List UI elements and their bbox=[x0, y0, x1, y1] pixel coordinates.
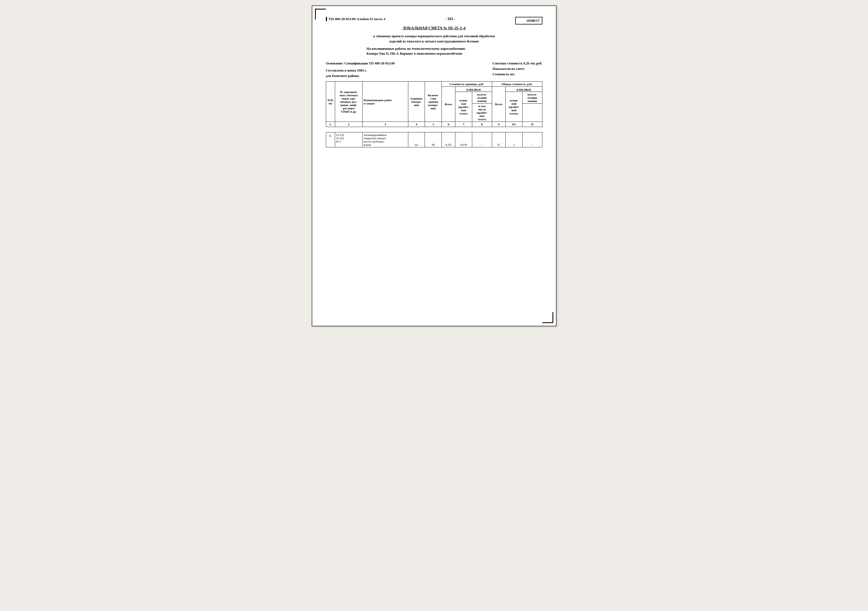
doc-reference: ТП-409-28-053.89 Альбом I3 часть 4 bbox=[326, 17, 386, 21]
col-base-header: основ-наязаработ-наяплата bbox=[455, 92, 472, 122]
col-num-5: 5 bbox=[425, 122, 442, 127]
col-qty-header: Количе-ствоединицизмере-ния bbox=[425, 82, 442, 122]
row1-total-base: 2 bbox=[506, 132, 522, 147]
row1-name: Антикорровийноепокрытие поверх-ности тру… bbox=[362, 132, 408, 147]
row1-unit: м2 bbox=[408, 132, 425, 147]
description-block-2: На изоляционные работы по технологическо… bbox=[326, 46, 542, 57]
spacer-row bbox=[326, 127, 542, 132]
col-exp-header: эксплу-атациимашин bbox=[472, 92, 492, 104]
col-num-6: 6 bbox=[442, 122, 455, 127]
desc2-line1: На изоляционные работы по технологическо… bbox=[367, 46, 542, 51]
col-vtom-header: в том числе bbox=[455, 87, 492, 92]
col-unitcost-header: Стоимость единицы, руб. bbox=[442, 82, 492, 87]
row1-cost-base: 0,036 bbox=[455, 132, 472, 147]
desc1-line2: изделий из тяжелого и легкого конструкци… bbox=[326, 39, 542, 44]
col-num-10: IO bbox=[506, 122, 522, 127]
meta-section: Основание: Спецификация ТП 409-28-053.89… bbox=[326, 60, 542, 79]
col-num-9: 9 bbox=[492, 122, 505, 127]
row1-cost-exp: – bbox=[472, 132, 492, 147]
col-unit-header: Единицаизмере-ния bbox=[408, 82, 425, 122]
col-texp-header: эксплу-атациимашин bbox=[522, 92, 542, 104]
table-header-row-1: №№пп № укрупнен-ных сметныхнорм, еди-нич… bbox=[326, 82, 542, 87]
pokaz-label: Показатели по смете bbox=[493, 66, 542, 71]
cost-label: Сметная стоимость 0,26 тнс.руб. bbox=[493, 60, 542, 66]
col-texp-sub-header bbox=[522, 104, 542, 122]
bottom-spacer bbox=[326, 147, 542, 164]
stamp-box: 10288/17 bbox=[515, 17, 542, 25]
meta-left: Основание: Спецификация ТП 409-28-053.89… bbox=[326, 60, 395, 79]
col-num-4: 4 bbox=[408, 122, 425, 127]
col-num-11: II bbox=[522, 122, 542, 127]
document-header: ТП-409-28-053.89 Альбом I3 часть 4 - 163… bbox=[326, 17, 542, 25]
stoimost-label: Стоимость на: bbox=[493, 71, 542, 77]
desc1-line1: к типовому проекту камеры периодического… bbox=[326, 34, 542, 39]
col-num-2: 2 bbox=[335, 122, 363, 127]
osnov-label: Основание: Спецификация ТП 409-28-053.89 bbox=[326, 60, 395, 66]
row1-total: I5 bbox=[492, 132, 505, 147]
col-name-header: Наименование работи затрат bbox=[362, 82, 408, 122]
sost-label: Составлена в ценах 1984 г. для базисного… bbox=[326, 68, 395, 79]
corner-bracket-br bbox=[542, 312, 553, 323]
meta-right: Сметная стоимость 0,26 тнс.руб. Показате… bbox=[493, 60, 542, 79]
row1-num: I. bbox=[326, 132, 335, 147]
corner-bracket-tl bbox=[315, 9, 326, 20]
col-totalcost-header: Общая стоимость, руб. bbox=[492, 82, 542, 87]
col-num-8: 8 bbox=[472, 122, 492, 127]
page-number-text: - 163 - bbox=[445, 17, 455, 21]
document-page: ТП-409-28-053.89 Альбом I3 часть 4 - 163… bbox=[312, 5, 556, 326]
table-number-row: I. 2 3 4 5 6 7 8 9 IO II bbox=[326, 122, 542, 127]
col-num-header: №№пп bbox=[326, 82, 335, 122]
col-cost-total-header: Всего bbox=[442, 87, 455, 122]
description-block-1: к типовому проекту камеры периодического… bbox=[326, 34, 542, 44]
row1-qty: 69 bbox=[425, 132, 442, 147]
row1-cost-total: 0,2I5 bbox=[442, 132, 455, 147]
doc-title: ЛОКАЛЬНАЯ СМЕТА № III–2I–2–4 bbox=[326, 26, 542, 31]
col-num-7: 7 bbox=[455, 122, 472, 127]
row1-norm: I3–I2I I3–I32 К-2 bbox=[335, 132, 363, 147]
col-num-1: I. bbox=[326, 122, 335, 127]
main-table: №№пп № укрупнен-ных сметныхнорм, еди-нич… bbox=[326, 81, 542, 164]
col-tbase-header: основ-нойзаработ-нойплаты bbox=[506, 92, 522, 122]
page-number: - 163 - bbox=[385, 17, 515, 21]
desc2-line2: Камера Тип II, ПК-4. Вариант в монолитно… bbox=[367, 51, 542, 56]
row1-total-exp: – bbox=[522, 132, 542, 147]
col-exp-sub-header: в томчислезаработ-наяплата bbox=[472, 104, 492, 122]
col-total-header: Всего bbox=[492, 87, 505, 122]
col-norm-header: № укрупнен-ных сметныхнорм, еди-ничных р… bbox=[335, 82, 363, 122]
col-num-3: 3 bbox=[362, 122, 408, 127]
table-row: I. I3–I2I I3–I32 К-2 Антикорровийноепокр… bbox=[326, 132, 542, 147]
col-vtom2-header: в том числе bbox=[506, 87, 542, 92]
